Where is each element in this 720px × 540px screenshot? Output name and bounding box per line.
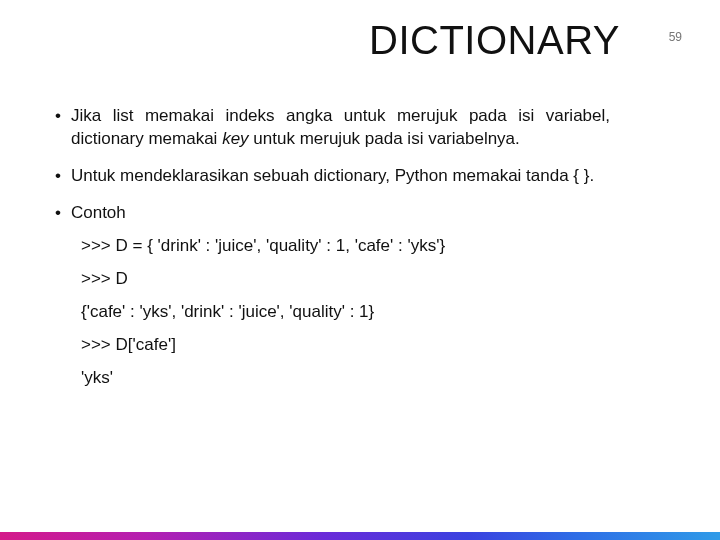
bullet-dot-icon: • <box>55 165 61 188</box>
bullet-1-post: untuk merujuk pada isi variabelnya. <box>249 129 520 148</box>
slide-content: • Jika list memakai indeks angka untuk m… <box>55 105 610 399</box>
bullet-3: • Contoh <box>55 202 610 225</box>
code-line-5: 'yks' <box>81 367 610 390</box>
bullet-1-italic: key <box>222 129 248 148</box>
bullet-dot-icon: • <box>55 202 61 225</box>
bullet-1-text: Jika list memakai indeks angka untuk mer… <box>71 105 610 151</box>
code-line-4: >>> D['cafe'] <box>81 334 610 357</box>
slide-title: DICTIONARY <box>369 18 620 63</box>
bullet-1: • Jika list memakai indeks angka untuk m… <box>55 105 610 151</box>
page-number: 59 <box>669 30 682 44</box>
bullet-3-text: Contoh <box>71 202 610 225</box>
code-line-2: >>> D <box>81 268 610 291</box>
code-line-1: >>> D = { 'drink' : 'juice', 'quality' :… <box>81 235 610 258</box>
bullet-2-text: Untuk mendeklarasikan sebuah dictionary,… <box>71 165 610 188</box>
bullet-2: • Untuk mendeklarasikan sebuah dictionar… <box>55 165 610 188</box>
code-line-3: {'cafe' : 'yks', 'drink' : 'juice', 'qua… <box>81 301 610 324</box>
bullet-dot-icon: • <box>55 105 61 151</box>
footer-gradient <box>0 532 720 540</box>
